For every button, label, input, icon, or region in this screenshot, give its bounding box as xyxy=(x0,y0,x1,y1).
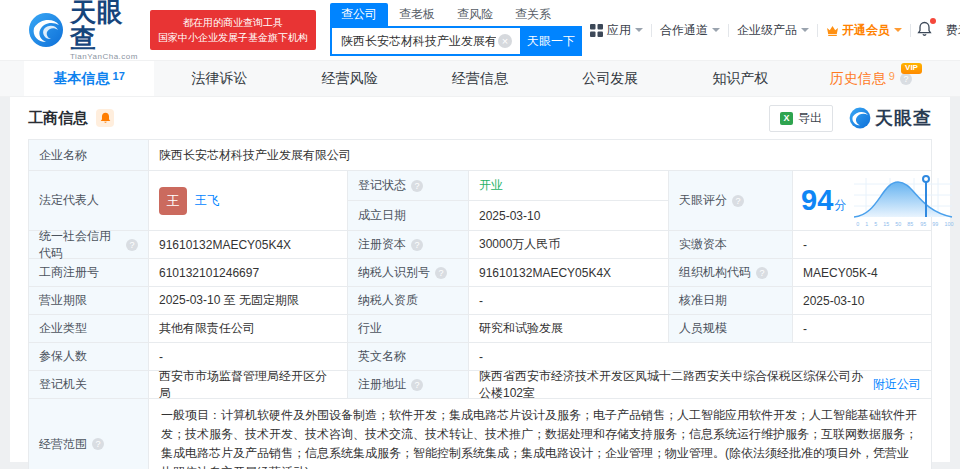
tab-basic-info[interactable]: 基本信息 17 xyxy=(24,61,154,96)
label-text: 人员规模 xyxy=(679,320,727,337)
field-value-reg-authority: 西安市市场监督管理局经开区分局 xyxy=(149,371,347,398)
search-tab-boss[interactable]: 查老板 xyxy=(388,3,446,26)
help-icon[interactable]: ? xyxy=(411,180,423,192)
field-label-insured-count: 参保人数 xyxy=(29,343,148,370)
tab-company-development[interactable]: 公司发展 xyxy=(545,61,675,96)
field-value-reg-number: 610132101246697 xyxy=(149,259,347,286)
field-label-industry: 行业 xyxy=(348,315,468,342)
search-input[interactable] xyxy=(330,26,520,56)
field-value-establish-date: 2025-03-10 xyxy=(469,201,668,230)
nav-enterprise-products[interactable]: 企业级产品 xyxy=(729,22,817,39)
label-text: 登记机关 xyxy=(39,376,87,393)
nav-user-menu[interactable]: 费米 xyxy=(938,22,960,39)
help-icon[interactable]: ? xyxy=(126,239,138,251)
nav-partner-channel[interactable]: 合作通道 xyxy=(652,22,728,39)
export-button[interactable]: X 导出 xyxy=(769,105,833,132)
nearby-companies-link[interactable]: 附近公司 xyxy=(873,376,921,393)
field-value-reg-capital: 30000万人民币 xyxy=(469,231,668,258)
nav-open-vip[interactable]: 开通会员 xyxy=(818,22,910,39)
notifications-bell[interactable] xyxy=(911,21,938,40)
field-value-approve-date: 2025-03-10 xyxy=(793,287,931,314)
field-label-taxpayer-quality: 纳税人资质 xyxy=(348,287,468,314)
field-label-establish-date: 成立日期 xyxy=(348,201,468,230)
tianyan-score[interactable]: 94 分 015 155085 xyxy=(793,171,931,230)
main-content: 工商信息 X 导出 天眼查 企业名称 陕西长安芯材科技产业发展有限公司 xyxy=(10,97,950,462)
field-label-biz-scope: 经营范围? xyxy=(29,399,148,469)
label-text: 经营范围 xyxy=(39,436,87,453)
field-label-reg-status: 登记状态? xyxy=(348,171,468,200)
alert-bell-icon xyxy=(100,112,111,124)
nav-apps-label: 应用 xyxy=(607,22,631,39)
clear-search-icon[interactable]: × xyxy=(498,34,512,48)
tab-operation-risk[interactable]: 经营风险 xyxy=(285,61,415,96)
field-label-org-code: 组织机构代码? xyxy=(669,259,792,286)
excel-icon: X xyxy=(780,112,793,125)
tab-label: 经营信息 xyxy=(452,70,508,88)
apps-grid-icon xyxy=(590,24,603,37)
label-text: 统一社会信用代码 xyxy=(39,228,121,262)
tab-history-info[interactable]: VIP 历史信息 9 ? xyxy=(806,61,936,96)
help-icon[interactable]: ? xyxy=(92,438,104,450)
help-icon[interactable]: ? xyxy=(732,195,744,207)
field-value-reg-address: 陕西省西安市经济技术开发区凤城十二路西安关中综合保税区综保公司办公楼102室 附… xyxy=(469,371,931,398)
label-text: 组织机构代码 xyxy=(679,264,751,281)
chevron-down-icon xyxy=(894,28,902,36)
tab-operation-info[interactable]: 经营信息 xyxy=(415,61,545,96)
field-value-credit-code: 91610132MAECY05K4X xyxy=(149,231,347,258)
username: 费米 xyxy=(946,22,960,39)
label-text: 英文名称 xyxy=(358,348,406,365)
nav-enterprise-label: 企业级产品 xyxy=(737,22,797,39)
section-header: 工商信息 X 导出 天眼查 xyxy=(10,97,950,137)
help-icon[interactable]: ? xyxy=(411,239,423,251)
score-unit: 分 xyxy=(834,197,846,214)
help-icon[interactable]: ? xyxy=(900,73,912,85)
label-text: 核准日期 xyxy=(679,292,727,309)
label-text: 天眼评分 xyxy=(679,192,727,209)
chevron-down-icon xyxy=(635,28,643,36)
slogan-line2: 国家中小企业发展子基金旗下机构 xyxy=(158,30,308,45)
watermark-name: 天眼查 xyxy=(875,106,932,130)
export-label: 导出 xyxy=(798,110,822,127)
field-value-reg-status: 开业 xyxy=(469,171,668,200)
label-text: 注册地址 xyxy=(358,376,406,393)
subscribe-alert-button[interactable] xyxy=(96,109,114,127)
tab-count: 9 xyxy=(889,70,895,82)
label-text: 营业期限 xyxy=(39,292,87,309)
score-bell-curve-chart: 015 155085 9599100 xyxy=(852,174,956,227)
search-button[interactable]: 天眼一下 xyxy=(520,26,582,56)
field-label-reg-capital: 注册资本? xyxy=(348,231,468,258)
tab-legal-proceedings[interactable]: 法律诉讼 xyxy=(154,61,284,96)
score-axis-labels: 015 155085 9599100 xyxy=(856,221,954,227)
tab-label: 历史信息 xyxy=(830,70,886,88)
help-icon[interactable]: ? xyxy=(756,267,768,279)
company-tabbar: 基本信息 17 法律诉讼 经营风险 经营信息 公司发展 知识产权 VIP 历史信… xyxy=(0,60,960,97)
field-label-staff-size: 人员规模 xyxy=(669,315,792,342)
notification-dot xyxy=(930,18,936,24)
label-text: 法定代表人 xyxy=(39,192,99,209)
tianyancha-logo[interactable]: 天眼查 TianYanCha.com xyxy=(28,0,138,61)
nav-apps[interactable]: 应用 xyxy=(582,22,651,39)
help-icon[interactable]: ? xyxy=(411,379,423,391)
field-value-legal-rep: 王 王飞 xyxy=(149,171,347,230)
label-text: 参保人数 xyxy=(39,348,87,365)
field-label-taxpayer-id: 纳税人识别号? xyxy=(348,259,468,286)
search-tab-company[interactable]: 查公司 xyxy=(330,3,388,26)
field-value-insured-count: - xyxy=(149,343,347,370)
legal-rep-link[interactable]: 王飞 xyxy=(195,192,219,209)
tianyancha-swirl-icon xyxy=(849,107,871,129)
label-text: 纳税人识别号 xyxy=(358,264,430,281)
field-label-legal-rep: 法定代表人 xyxy=(29,171,148,230)
tab-label: 知识产权 xyxy=(713,70,769,88)
search-tab-relation[interactable]: 查关系 xyxy=(504,3,562,26)
legal-rep-avatar[interactable]: 王 xyxy=(159,187,187,215)
tab-intellectual-property[interactable]: 知识产权 xyxy=(675,61,805,96)
top-nav: 应用 合作通道 企业级产品 开通会员 xyxy=(582,21,960,40)
field-value-english-name: - xyxy=(469,343,931,370)
logo-name: 天眼查 xyxy=(70,0,138,51)
label-text: 企业名称 xyxy=(39,147,87,164)
help-icon[interactable]: ? xyxy=(435,267,447,279)
label-text: 实缴资本 xyxy=(679,236,727,253)
chevron-down-icon xyxy=(801,28,809,36)
nav-vip-label: 开通会员 xyxy=(842,22,890,39)
search-tab-risk[interactable]: 查风险 xyxy=(446,3,504,26)
